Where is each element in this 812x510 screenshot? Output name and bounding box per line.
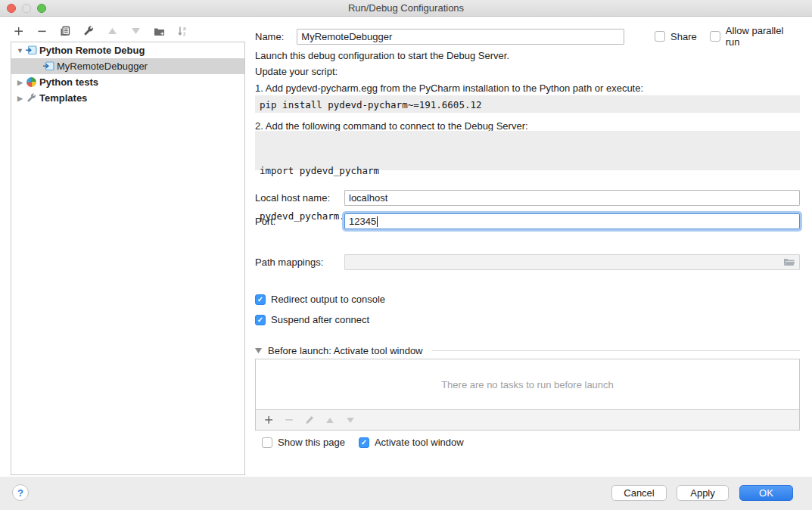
templates-wrench-icon [24,93,38,103]
cancel-button[interactable]: Cancel [611,485,667,501]
run-debug-configurations-dialog: Run/Debug Configurations [0,0,812,510]
allow-parallel-run-checkbox[interactable] [710,31,720,42]
local-host-name-input[interactable] [344,190,800,206]
before-launch-toolbar [255,410,800,431]
dialog-content: az ▼ Python Remote Debug MyRemoteDebugge… [0,17,812,477]
path-mappings-label: Path mappings: [255,257,344,268]
activate-tool-window-checkbox[interactable]: ✓ [359,437,369,448]
instruction-line-2: Update your script: [255,66,338,77]
new-folder-icon[interactable] [153,25,165,37]
tree-item-myremotedebugger[interactable]: MyRemoteDebugger [11,58,244,74]
remote-debug-icon [42,61,55,71]
window-title: Run/Debug Configurations [0,0,812,17]
show-this-page-label: Show this page [278,437,345,448]
add-configuration-icon[interactable] [12,25,24,37]
before-launch-collapse-icon[interactable] [255,348,262,353]
port-value: 12345 [349,216,376,227]
activate-tool-window-label: Activate tool window [375,437,464,448]
ok-button[interactable]: OK [739,485,793,501]
titlebar: Run/Debug Configurations [0,0,812,17]
instruction-line-1: Launch this debug configuration to start… [255,50,509,61]
copy-configuration-icon[interactable] [59,25,71,37]
share-label: Share [670,31,697,42]
tree-item-label: MyRemoteDebugger [57,61,148,72]
dialog-footer: ? Cancel Apply OK [0,477,812,510]
suspend-after-connect-label: Suspend after connect [271,314,369,325]
share-checkbox[interactable] [655,31,665,42]
suspend-after-connect-checkbox[interactable]: ✓ [255,315,266,325]
section-divider [432,350,800,351]
settrace-code-line-1: import pydevd_pycharm [260,163,795,179]
tree-item-python-remote-debug[interactable]: ▼ Python Remote Debug [11,42,244,58]
tree-item-label: Python tests [39,76,98,88]
svg-text:a: a [183,26,186,31]
before-launch-header: Before launch: Activate tool window [268,345,423,356]
sort-alphabetically-icon: az [176,25,188,37]
port-input[interactable]: 12345 [344,213,800,229]
text-caret [377,216,378,227]
local-host-name-label: Local host name: [255,192,344,204]
configurations-tree: ▼ Python Remote Debug MyRemoteDebugger ▶… [11,42,245,475]
redirect-output-label: Redirect output to console [271,294,385,305]
remote-debug-icon [24,45,38,55]
tree-item-templates[interactable]: ▶ Templates [11,90,244,106]
expander-expanded-icon[interactable]: ▼ [16,47,24,54]
svg-text:z: z [183,31,185,36]
configurations-toolbar: az [12,23,188,39]
instruction-step-2: 2. Add the following command to connect … [255,120,528,132]
move-task-down-icon [344,414,356,426]
tree-item-label: Templates [39,92,87,104]
allow-parallel-run-label: Allow parallel run [726,25,800,48]
before-launch-task-list[interactable]: There are no tasks to run before launch [255,359,800,410]
path-mappings-input[interactable] [344,254,800,270]
before-launch-empty-text: There are no tasks to run before launch [441,379,614,390]
edit-task-icon [303,414,316,426]
browse-folder-icon[interactable] [783,257,795,267]
move-down-icon [129,25,142,37]
tree-item-python-tests[interactable]: ▶ Python tests [11,74,244,90]
expander-collapsed-icon[interactable]: ▶ [16,95,24,102]
configuration-form: Name: Share Allow parallel run Launch th… [255,17,800,477]
settrace-code-block: import pydevd_pycharm pydevd_pycharm.set… [255,131,800,170]
instruction-step-1: 1. Add pydevd-pycharm.egg from the PyCha… [255,82,643,94]
remove-configuration-icon[interactable] [36,25,48,37]
python-tests-icon [24,77,38,87]
add-task-icon[interactable] [263,414,275,426]
name-input[interactable] [297,29,624,45]
help-button[interactable]: ? [12,484,29,501]
port-label: Port: [255,216,344,227]
pip-install-code: pip install pydevd-pycharm~=191.6605.12 [255,95,800,113]
apply-button[interactable]: Apply [677,485,729,501]
show-this-page-checkbox[interactable] [262,437,272,448]
redirect-output-checkbox[interactable]: ✓ [255,294,266,305]
edit-defaults-wrench-icon[interactable] [82,25,95,37]
move-task-up-icon [324,414,336,426]
remove-task-icon [283,414,295,426]
expander-collapsed-icon[interactable]: ▶ [16,79,24,86]
name-label: Name: [255,31,284,42]
tree-item-label: Python Remote Debug [39,45,145,56]
move-up-icon [106,25,118,37]
